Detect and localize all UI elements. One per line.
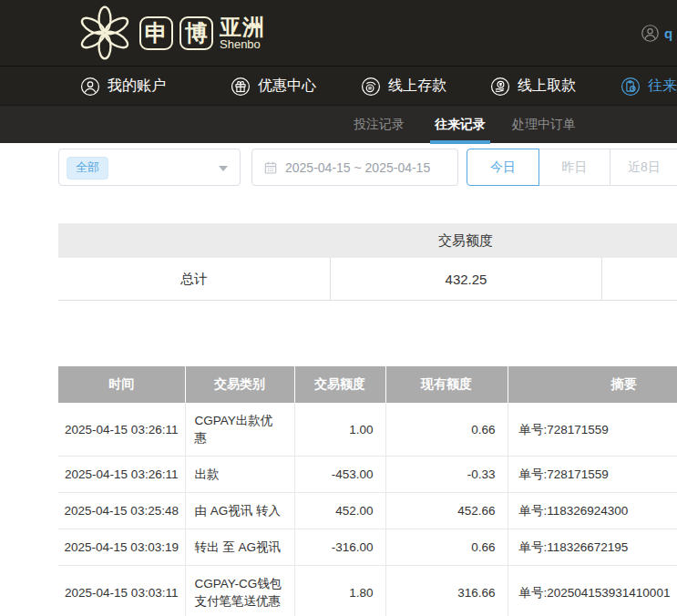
top-brand-bar: 申 博 亚洲 Shenbo q — [0, 0, 677, 66]
account-menu[interactable]: q — [641, 24, 672, 43]
summary-total-value: 432.25 — [330, 258, 601, 300]
nav-label: 线上取款 — [518, 77, 576, 96]
date-range-input[interactable]: 2025-04-15 ~ 2025-04-15 — [251, 149, 458, 186]
transaction-type-select[interactable]: 全部 — [58, 149, 241, 186]
cell-balance: 0.66 — [385, 403, 508, 457]
main-nav: 我的账户 优惠中心 线上存款 线上取款 — [0, 66, 677, 105]
cell-summary: 单号:202504153931410001 — [508, 566, 677, 616]
summary-header-empty-2 — [601, 223, 677, 258]
table-row: 2025-04-15 03:03:11CGPAY-CG钱包支付笔笔送优惠1.80… — [58, 566, 677, 616]
username-label: q — [664, 26, 672, 41]
records-circle-icon — [621, 77, 641, 97]
cell-amount: -453.00 — [294, 457, 385, 493]
cell-time: 2025-04-15 03:25:48 — [58, 493, 185, 529]
filter-bar: 全部 2025-04-15 ~ 2025-04-15 今日 昨日 近8日 — [0, 149, 677, 186]
summary-header-row: 交易额度 — [58, 223, 677, 258]
nav-label: 往来记录 — [648, 77, 677, 96]
cell-time: 2025-04-15 03:03:11 — [58, 566, 185, 616]
subtab-label: 投注记录 — [354, 117, 405, 133]
cell-type: CGPAY-CG钱包支付笔笔送优惠 — [185, 566, 294, 616]
brand-wordmark: 亚洲 Shenbo — [220, 15, 265, 51]
brand-en-label: Shenbo — [220, 38, 265, 51]
summary-total-label: 总计 — [58, 258, 330, 300]
summary-header-amount: 交易额度 — [330, 223, 601, 258]
table-row: 2025-04-15 03:26:11CGPAY出款优惠1.000.66单号:7… — [58, 403, 677, 457]
transactions-body: 2025-04-15 03:26:11CGPAY出款优惠1.000.66单号:7… — [58, 403, 677, 616]
nav-item-promotions[interactable]: 优惠中心 — [231, 67, 316, 106]
last-8-days-button[interactable]: 近8日 — [610, 149, 677, 186]
nav-item-online-withdrawal[interactable]: 线上取款 — [490, 67, 576, 106]
cell-type: 由 AG视讯 转入 — [185, 493, 294, 529]
gift-circle-icon — [231, 77, 251, 97]
cell-summary: 单号:118326924300 — [508, 493, 677, 529]
date-range-value: 2025-04-15 ~ 2025-04-15 — [285, 160, 430, 175]
cell-time: 2025-04-15 03:26:11 — [58, 457, 185, 493]
cell-summary: 单号:728171559 — [508, 457, 677, 493]
summary-empty-cell — [601, 258, 677, 300]
cell-type: CGPAY出款优惠 — [185, 403, 294, 457]
nav-label: 优惠中心 — [258, 77, 316, 96]
quick-range-buttons: 今日 昨日 近8日 — [467, 149, 677, 186]
selected-type-tag[interactable]: 全部 — [67, 157, 108, 180]
transactions-table: 时间交易类别交易额度现有额度摘要 2025-04-15 03:26:11CGPA… — [58, 366, 677, 616]
col-header-time: 时间 — [58, 366, 185, 403]
user-circle-icon — [80, 77, 100, 97]
cell-type: 转出 至 AG视讯 — [185, 529, 294, 566]
flower-logo-icon — [77, 5, 133, 61]
cell-balance: 452.66 — [385, 493, 508, 529]
table-row: 2025-04-15 03:03:19转出 至 AG视讯-316.000.66单… — [58, 529, 677, 566]
nav-label: 我的账户 — [108, 77, 166, 96]
summary-table: 交易额度 总计 432.25 — [58, 223, 677, 301]
cell-summary: 单号:118326672195 — [508, 529, 677, 566]
nav-item-my-account[interactable]: 我的账户 — [80, 67, 166, 106]
cell-type: 出款 — [185, 457, 294, 493]
tab-betting-records[interactable]: 投注记录 — [354, 106, 405, 144]
browser-viewport: 申 博 亚洲 Shenbo q 我的账户 — [0, 0, 677, 616]
col-header-balance: 现有额度 — [385, 366, 508, 403]
cell-amount: 452.00 — [294, 493, 385, 529]
cell-balance: 316.66 — [385, 566, 508, 616]
header-row: 时间交易类别交易额度现有额度摘要 — [58, 366, 677, 403]
col-header-summary: 摘要 — [508, 366, 677, 403]
brand-logo[interactable]: 申 博 亚洲 Shenbo — [77, 5, 265, 61]
tab-pending-orders[interactable]: 处理中订单 — [512, 106, 576, 144]
table-row: 2025-04-15 03:25:48由 AG视讯 转入452.00452.66… — [58, 493, 677, 529]
nav-label: 线上存款 — [388, 77, 446, 96]
cell-time: 2025-04-15 03:03:19 — [58, 529, 185, 566]
brand-char-bo: 博 — [180, 16, 213, 50]
summary-header-empty — [58, 223, 330, 258]
cell-summary: 单号:728171559 — [508, 403, 677, 457]
cell-time: 2025-04-15 03:26:11 — [58, 403, 185, 457]
tab-transaction-records[interactable]: 往来记录 — [435, 106, 486, 144]
col-header-amount: 交易额度 — [294, 366, 385, 403]
cell-balance: -0.33 — [385, 457, 508, 493]
transactions-header: 时间交易类别交易额度现有额度摘要 — [58, 366, 677, 403]
table-row: 2025-04-15 03:26:11出款-453.00-0.33单号:7281… — [58, 457, 677, 493]
nav-item-transaction-records[interactable]: 往来记录 — [621, 67, 677, 106]
brand-char-shen: 申 — [139, 16, 173, 50]
sub-nav: 投注记录 往来记录 处理中订单 — [0, 105, 677, 143]
deposit-circle-icon — [361, 77, 381, 97]
page: 申 博 亚洲 Shenbo q 我的账户 — [0, 0, 677, 616]
chevron-down-icon — [219, 166, 228, 171]
col-header-type: 交易类别 — [185, 366, 294, 403]
cell-balance: 0.66 — [385, 529, 508, 566]
subtab-label: 处理中订单 — [512, 117, 576, 133]
cell-amount: 1.00 — [294, 403, 385, 457]
today-button[interactable]: 今日 — [467, 149, 539, 186]
cell-amount: -316.00 — [294, 529, 385, 566]
avatar-icon — [641, 24, 660, 43]
brand-region-label: 亚洲 — [220, 15, 265, 38]
nav-item-online-deposit[interactable]: 线上存款 — [361, 67, 446, 106]
calendar-icon — [263, 160, 278, 175]
cell-amount: 1.80 — [294, 566, 385, 616]
subtab-label: 往来记录 — [435, 117, 486, 133]
withdraw-circle-icon — [490, 77, 510, 97]
yesterday-button[interactable]: 昨日 — [539, 149, 610, 186]
summary-total-row: 总计 432.25 — [58, 258, 677, 301]
